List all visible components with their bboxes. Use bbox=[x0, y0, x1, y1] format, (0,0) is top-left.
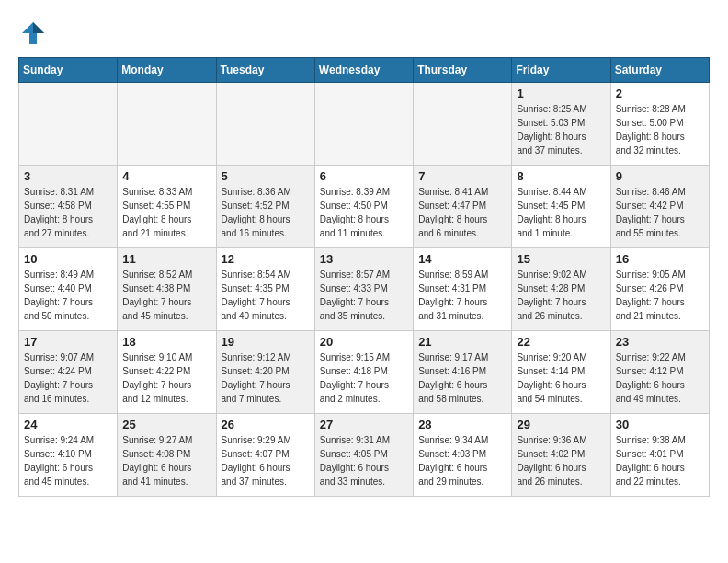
day-info: Sunrise: 9:31 AM Sunset: 4:05 PM Dayligh… bbox=[320, 433, 408, 488]
day-info: Sunrise: 8:39 AM Sunset: 4:50 PM Dayligh… bbox=[320, 185, 408, 240]
calendar-cell: 28Sunrise: 9:34 AM Sunset: 4:03 PM Dayli… bbox=[414, 414, 512, 497]
day-info: Sunrise: 9:12 AM Sunset: 4:20 PM Dayligh… bbox=[222, 350, 310, 406]
calendar-cell bbox=[19, 83, 118, 166]
day-number: 2 bbox=[616, 86, 704, 100]
day-number: 24 bbox=[24, 418, 112, 431]
day-info: Sunrise: 9:24 AM Sunset: 4:10 PM Dayligh… bbox=[24, 433, 112, 488]
day-number: 14 bbox=[418, 252, 506, 266]
calendar-cell: 29Sunrise: 9:36 AM Sunset: 4:02 PM Dayli… bbox=[512, 414, 610, 497]
calendar-cell: 20Sunrise: 9:15 AM Sunset: 4:18 PM Dayli… bbox=[314, 331, 413, 414]
calendar-cell: 22Sunrise: 9:20 AM Sunset: 4:14 PM Dayli… bbox=[512, 331, 610, 414]
day-info: Sunrise: 8:25 AM Sunset: 5:03 PM Dayligh… bbox=[517, 102, 605, 157]
calendar-cell bbox=[216, 83, 314, 166]
day-number: 15 bbox=[517, 252, 605, 266]
day-number: 3 bbox=[24, 169, 112, 183]
day-number: 8 bbox=[517, 169, 605, 183]
calendar-cell: 1Sunrise: 8:25 AM Sunset: 5:03 PM Daylig… bbox=[512, 83, 610, 166]
calendar-cell: 2Sunrise: 8:28 AM Sunset: 5:00 PM Daylig… bbox=[610, 83, 709, 166]
day-info: Sunrise: 8:33 AM Sunset: 4:55 PM Dayligh… bbox=[122, 185, 210, 240]
day-number: 20 bbox=[320, 335, 408, 349]
weekday-header-tuesday: Tuesday bbox=[216, 58, 314, 83]
day-info: Sunrise: 9:02 AM Sunset: 4:28 PM Dayligh… bbox=[517, 268, 605, 323]
day-number: 11 bbox=[122, 252, 210, 266]
day-info: Sunrise: 8:46 AM Sunset: 4:42 PM Dayligh… bbox=[616, 185, 704, 240]
day-number: 1 bbox=[517, 86, 605, 100]
day-info: Sunrise: 9:07 AM Sunset: 4:24 PM Dayligh… bbox=[24, 350, 112, 406]
day-number: 27 bbox=[320, 418, 408, 431]
day-info: Sunrise: 8:54 AM Sunset: 4:35 PM Dayligh… bbox=[222, 268, 310, 323]
day-number: 30 bbox=[616, 418, 704, 431]
day-info: Sunrise: 8:57 AM Sunset: 4:33 PM Dayligh… bbox=[320, 268, 408, 323]
calendar-cell: 10Sunrise: 8:49 AM Sunset: 4:40 PM Dayli… bbox=[19, 248, 118, 331]
day-number: 18 bbox=[122, 335, 210, 349]
calendar-cell: 6Sunrise: 8:39 AM Sunset: 4:50 PM Daylig… bbox=[314, 166, 413, 248]
day-number: 12 bbox=[222, 252, 310, 266]
day-info: Sunrise: 9:27 AM Sunset: 4:08 PM Dayligh… bbox=[122, 433, 210, 488]
day-info: Sunrise: 9:34 AM Sunset: 4:03 PM Dayligh… bbox=[418, 433, 506, 488]
calendar-cell: 23Sunrise: 9:22 AM Sunset: 4:12 PM Dayli… bbox=[610, 331, 709, 414]
day-info: Sunrise: 9:17 AM Sunset: 4:16 PM Dayligh… bbox=[418, 350, 506, 406]
day-info: Sunrise: 8:52 AM Sunset: 4:38 PM Dayligh… bbox=[122, 268, 210, 323]
calendar-cell: 25Sunrise: 9:27 AM Sunset: 4:08 PM Dayli… bbox=[118, 414, 216, 497]
weekday-header-thursday: Thursday bbox=[414, 58, 512, 83]
day-info: Sunrise: 8:59 AM Sunset: 4:31 PM Dayligh… bbox=[418, 268, 506, 323]
day-info: Sunrise: 9:22 AM Sunset: 4:12 PM Dayligh… bbox=[616, 350, 704, 406]
day-info: Sunrise: 9:36 AM Sunset: 4:02 PM Dayligh… bbox=[517, 433, 605, 488]
day-number: 13 bbox=[320, 252, 408, 266]
day-number: 28 bbox=[418, 418, 506, 431]
calendar-cell: 11Sunrise: 8:52 AM Sunset: 4:38 PM Dayli… bbox=[118, 248, 216, 331]
calendar-cell bbox=[314, 83, 413, 166]
calendar-cell: 18Sunrise: 9:10 AM Sunset: 4:22 PM Dayli… bbox=[118, 331, 216, 414]
day-number: 10 bbox=[24, 252, 112, 266]
day-number: 5 bbox=[222, 169, 310, 183]
day-info: Sunrise: 8:41 AM Sunset: 4:47 PM Dayligh… bbox=[418, 185, 506, 240]
day-number: 6 bbox=[320, 169, 408, 183]
day-number: 23 bbox=[616, 335, 704, 349]
day-info: Sunrise: 9:10 AM Sunset: 4:22 PM Dayligh… bbox=[122, 350, 210, 406]
day-number: 17 bbox=[24, 335, 112, 349]
day-info: Sunrise: 8:36 AM Sunset: 4:52 PM Dayligh… bbox=[222, 185, 310, 240]
day-info: Sunrise: 8:28 AM Sunset: 5:00 PM Dayligh… bbox=[616, 102, 704, 157]
calendar-cell: 4Sunrise: 8:33 AM Sunset: 4:55 PM Daylig… bbox=[118, 166, 216, 248]
logo bbox=[18, 18, 51, 48]
calendar-cell: 17Sunrise: 9:07 AM Sunset: 4:24 PM Dayli… bbox=[19, 331, 118, 414]
calendar-cell: 12Sunrise: 8:54 AM Sunset: 4:35 PM Dayli… bbox=[216, 248, 314, 331]
day-info: Sunrise: 9:20 AM Sunset: 4:14 PM Dayligh… bbox=[517, 350, 605, 406]
weekday-header-saturday: Saturday bbox=[610, 58, 709, 83]
logo-icon bbox=[18, 18, 48, 48]
day-info: Sunrise: 8:31 AM Sunset: 4:58 PM Dayligh… bbox=[24, 185, 112, 240]
weekday-header-friday: Friday bbox=[512, 58, 610, 83]
weekday-header-wednesday: Wednesday bbox=[314, 58, 413, 83]
calendar-cell: 30Sunrise: 9:38 AM Sunset: 4:01 PM Dayli… bbox=[610, 414, 709, 497]
day-info: Sunrise: 9:29 AM Sunset: 4:07 PM Dayligh… bbox=[222, 433, 310, 488]
calendar-cell: 19Sunrise: 9:12 AM Sunset: 4:20 PM Dayli… bbox=[216, 331, 314, 414]
day-number: 29 bbox=[517, 418, 605, 431]
calendar-cell: 5Sunrise: 8:36 AM Sunset: 4:52 PM Daylig… bbox=[216, 166, 314, 248]
day-info: Sunrise: 9:38 AM Sunset: 4:01 PM Dayligh… bbox=[616, 433, 704, 488]
day-number: 9 bbox=[616, 169, 704, 183]
calendar-cell: 16Sunrise: 9:05 AM Sunset: 4:26 PM Dayli… bbox=[610, 248, 709, 331]
calendar-cell: 27Sunrise: 9:31 AM Sunset: 4:05 PM Dayli… bbox=[314, 414, 413, 497]
calendar-cell: 15Sunrise: 9:02 AM Sunset: 4:28 PM Dayli… bbox=[512, 248, 610, 331]
day-number: 21 bbox=[418, 335, 506, 349]
day-info: Sunrise: 9:15 AM Sunset: 4:18 PM Dayligh… bbox=[320, 350, 408, 406]
day-number: 22 bbox=[517, 335, 605, 349]
calendar-cell: 24Sunrise: 9:24 AM Sunset: 4:10 PM Dayli… bbox=[19, 414, 118, 497]
calendar-cell bbox=[414, 83, 512, 166]
day-info: Sunrise: 8:44 AM Sunset: 4:45 PM Dayligh… bbox=[517, 185, 605, 240]
calendar-cell: 26Sunrise: 9:29 AM Sunset: 4:07 PM Dayli… bbox=[216, 414, 314, 497]
calendar-cell: 3Sunrise: 8:31 AM Sunset: 4:58 PM Daylig… bbox=[19, 166, 118, 248]
calendar-cell: 8Sunrise: 8:44 AM Sunset: 4:45 PM Daylig… bbox=[512, 166, 610, 248]
calendar-cell: 7Sunrise: 8:41 AM Sunset: 4:47 PM Daylig… bbox=[414, 166, 512, 248]
day-info: Sunrise: 9:05 AM Sunset: 4:26 PM Dayligh… bbox=[616, 268, 704, 323]
weekday-header-monday: Monday bbox=[118, 58, 216, 83]
day-number: 7 bbox=[418, 169, 506, 183]
calendar-cell: 13Sunrise: 8:57 AM Sunset: 4:33 PM Dayli… bbox=[314, 248, 413, 331]
calendar-cell bbox=[118, 83, 216, 166]
day-number: 16 bbox=[616, 252, 704, 266]
page-header bbox=[18, 18, 710, 48]
weekday-header-sunday: Sunday bbox=[19, 58, 118, 83]
day-number: 26 bbox=[222, 418, 310, 431]
calendar-table: SundayMondayTuesdayWednesdayThursdayFrid… bbox=[18, 57, 710, 497]
calendar-cell: 14Sunrise: 8:59 AM Sunset: 4:31 PM Dayli… bbox=[414, 248, 512, 331]
